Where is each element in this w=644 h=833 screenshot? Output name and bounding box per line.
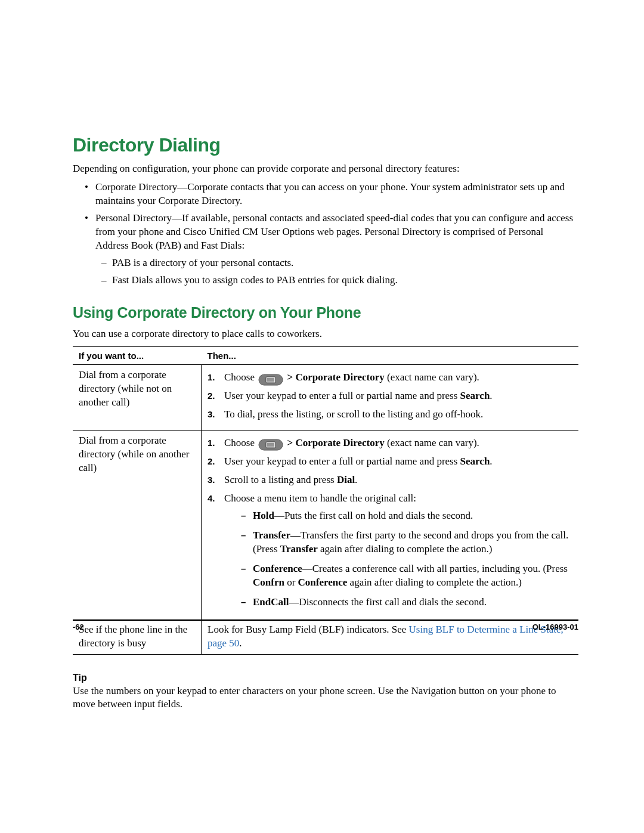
- table-row: Dial from a corporate directory (while o…: [73, 431, 578, 619]
- substep-text: again after dialing to complete the acti…: [318, 543, 493, 555]
- step-bold: Search: [460, 456, 490, 467]
- step: To dial, press the listing, or scroll to…: [208, 408, 572, 422]
- substep-text: again after dialing to complete the acti…: [347, 577, 522, 588]
- step-text: User your keypad to enter a full or part…: [224, 456, 460, 467]
- section-intro: You can use a corporate directory to pla…: [73, 327, 578, 341]
- step-bold: Dial: [337, 474, 355, 485]
- document-id: OL-16993-01: [532, 623, 578, 631]
- page-footer: -62 OL-16993-01: [73, 620, 578, 631]
- substep-text: —Disconnects the first call and dials th…: [289, 596, 486, 608]
- section-heading: Using Corporate Directory on Your Phone: [73, 304, 578, 321]
- cell-steps: Choose > Corporate Directory (exact name…: [202, 365, 579, 431]
- step-text: Choose a menu item to handle the origina…: [224, 493, 416, 504]
- subbullet-pab: PAB is a directory of your personal cont…: [112, 256, 578, 270]
- table-row: Dial from a corporate directory (while n…: [73, 365, 578, 431]
- substep-text: —Creates a conference call with all part…: [302, 563, 568, 574]
- substep-bold: Transfer: [253, 529, 290, 541]
- step-bold: Search: [460, 390, 490, 401]
- step: Scroll to a listing and press Dial.: [208, 473, 572, 487]
- cell-text-tail: .: [239, 637, 242, 649]
- step-text-tail: .: [355, 474, 357, 485]
- substep: Conference—Creates a conference call wit…: [241, 562, 572, 590]
- instructions-table: If you want to... Then... Dial from a co…: [73, 346, 578, 654]
- step-text-tail: .: [490, 456, 492, 467]
- step: Choose > Corporate Directory (exact name…: [208, 436, 572, 450]
- step-text: User your keypad to enter a full or part…: [224, 390, 460, 401]
- tip-heading: Tip: [73, 673, 578, 683]
- substep-bold: Confrn: [253, 577, 284, 588]
- directories-button-icon: [258, 439, 283, 451]
- step-bold: > Corporate Directory: [287, 371, 385, 383]
- substep: Hold—Puts the first call on hold and dia…: [241, 509, 572, 523]
- page-title: Directory Dialing: [73, 134, 578, 156]
- page-number: -62: [73, 623, 84, 631]
- substep-bold: Conference: [253, 563, 302, 574]
- substep-bold: Conference: [298, 577, 348, 588]
- cell-steps: Choose > Corporate Directory (exact name…: [202, 431, 579, 619]
- tip-paragraph: Use the numbers on your keypad to enter …: [73, 685, 578, 712]
- step-text: Scroll to a listing and press: [224, 474, 337, 485]
- step: Choose > Corporate Directory (exact name…: [208, 371, 572, 385]
- bullet-personal: Personal Directory—If available, persona…: [95, 212, 578, 287]
- substep-text: or: [284, 577, 298, 588]
- substep: Transfer—Transfers the first party to th…: [241, 529, 572, 556]
- step-text-tail: .: [490, 390, 492, 401]
- col-header-then: Then...: [202, 347, 579, 365]
- step-text-tail: (exact name can vary).: [385, 371, 479, 383]
- substep-bold: EndCall: [253, 596, 289, 608]
- step: Choose a menu item to handle the origina…: [208, 492, 572, 609]
- directories-button-icon: [258, 374, 283, 386]
- step-text: Choose: [224, 371, 257, 383]
- substep: EndCall—Disconnects the first call and d…: [241, 596, 572, 609]
- intro-paragraph: Depending on configuration, your phone c…: [73, 162, 578, 176]
- step: User your keypad to enter a full or part…: [208, 455, 572, 469]
- step: User your keypad to enter a full or part…: [208, 389, 572, 403]
- subbullet-fastdials: Fast Dials allows you to assign codes to…: [112, 274, 578, 287]
- cell-task: Dial from a corporate directory (while o…: [73, 431, 202, 619]
- cell-task: Dial from a corporate directory (while n…: [73, 365, 202, 431]
- step-text: Choose: [224, 437, 257, 448]
- step-text-tail: (exact name can vary).: [385, 437, 479, 448]
- bullet-corporate: Corporate Directory—Corporate contacts t…: [95, 181, 578, 208]
- step-bold: > Corporate Directory: [287, 437, 385, 448]
- substep-bold: Transfer: [280, 543, 318, 555]
- substep-bold: Hold: [253, 510, 274, 521]
- substep-text: —Puts the first call on hold and dials t…: [274, 510, 473, 521]
- bullet-personal-text: Personal Directory—If available, persona…: [95, 212, 573, 251]
- col-header-ifyouwant: If you want to...: [73, 347, 202, 365]
